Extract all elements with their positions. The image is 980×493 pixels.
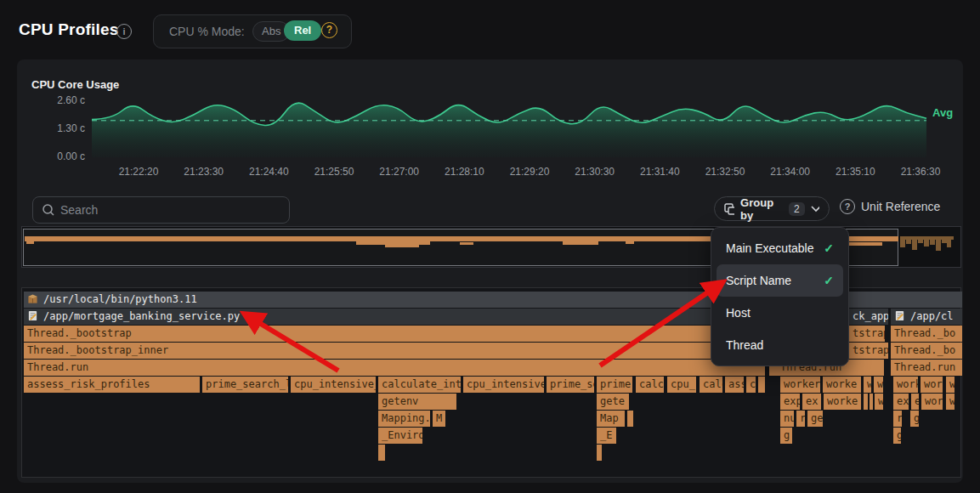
unit-reference-label: Unit Reference	[861, 200, 940, 213]
flame-frame[interactable]: nu	[780, 411, 794, 427]
frame-label: /usr/local/bin/python3.11	[43, 293, 197, 305]
flame-frame[interactable]: g	[780, 428, 792, 444]
flame-frame[interactable]	[870, 394, 873, 410]
flame-frame[interactable]: Thread._bo	[891, 326, 962, 342]
flame-frame[interactable]: Thread.run	[891, 360, 962, 376]
flame-frame[interactable]: w	[946, 394, 955, 410]
flame-frame[interactable]	[597, 445, 602, 461]
flame-frame[interactable]: wor	[921, 377, 943, 393]
minimap-bar	[906, 240, 911, 244]
flame-frame[interactable]: r	[796, 411, 805, 427]
flame-frame[interactable]: w	[875, 394, 883, 410]
search-box[interactable]	[32, 196, 290, 224]
flame-frame[interactable]: g	[910, 411, 919, 427]
flame-frame[interactable]: Thread._bo	[891, 343, 962, 359]
chart-area-fill	[92, 103, 926, 157]
frame-label: tstrap	[853, 327, 885, 339]
flame-frame[interactable]: /app/cl	[891, 309, 962, 325]
frame-label: calc	[703, 378, 722, 390]
avg-label: Avg	[932, 106, 953, 119]
group-by-button[interactable]: Group by 2	[714, 196, 830, 221]
flame-frame[interactable]	[627, 411, 633, 427]
flame-frame[interactable]	[758, 377, 765, 393]
flame-frame[interactable]: Mapping.g	[378, 411, 430, 427]
minimap-bar	[924, 240, 929, 246]
flame-frame[interactable]: worke	[824, 394, 861, 410]
minimap-bar	[912, 240, 917, 250]
search-input[interactable]	[59, 202, 258, 218]
flame-frame[interactable]: Thread._bootstrap_inner	[24, 343, 765, 359]
x-axis-tick: 21:32:50	[705, 166, 745, 178]
flame-frame[interactable]: w	[946, 377, 955, 393]
flame-frame[interactable]: c	[746, 377, 756, 393]
flame-frame[interactable]: Map	[597, 411, 625, 427]
dropdown-item-host[interactable]: Host	[717, 297, 843, 329]
flame-frame[interactable]: wor	[921, 394, 943, 410]
dropdown-item-script-name[interactable]: Script Name✓	[717, 264, 843, 297]
frame-label: prime_se	[550, 378, 594, 390]
flame-frame[interactable]: worke	[823, 377, 861, 393]
minimap-bar	[936, 240, 941, 251]
flame-frame[interactable]: gete	[597, 394, 629, 410]
x-axis-tick: 21:24:40	[249, 166, 289, 178]
frame-label: w	[949, 378, 955, 390]
flame-frame[interactable]: prime_se	[547, 377, 594, 393]
group-by-count-badge: 2	[789, 202, 805, 216]
flame-frame[interactable]: work	[893, 377, 918, 393]
x-axis-tick: 21:35:10	[836, 166, 875, 178]
flame-frame[interactable]: g	[893, 428, 901, 444]
flame-frame[interactable]: assess_risk_profiles	[24, 377, 200, 393]
minimap-bar	[900, 240, 905, 247]
flame-frame[interactable]: ex	[802, 394, 821, 410]
flame-frame[interactable]: calcu	[636, 377, 664, 393]
flame-frame[interactable]: exp	[780, 394, 800, 410]
flame-frame[interactable]: cpu_	[667, 377, 696, 393]
group-by-dropdown: Main Executable✓Script Name✓HostThread	[711, 227, 849, 366]
flame-frame[interactable]: prime_search_l	[202, 377, 288, 393]
help-icon[interactable]: ?	[321, 22, 337, 38]
dropdown-item-thread[interactable]: Thread	[717, 329, 843, 361]
info-icon[interactable]: i	[116, 24, 132, 39]
flame-frame[interactable]: _Enviro	[378, 428, 422, 444]
dropdown-item-main-executable[interactable]: Main Executable✓	[717, 232, 843, 264]
flame-frame[interactable]: r	[893, 411, 902, 427]
frame-label: w	[877, 378, 883, 390]
frame-label: Thread._bootstrap_inner	[27, 344, 168, 356]
frame-label: g	[914, 412, 919, 424]
flame-frame[interactable]	[378, 445, 385, 461]
flame-frame[interactable]: w	[864, 377, 871, 393]
minimap-bar	[563, 241, 598, 245]
flame-frame[interactable]: M	[433, 411, 445, 427]
frame-label: w	[878, 395, 883, 407]
cpu-usage-chart[interactable]	[89, 92, 931, 162]
flame-frame[interactable]: ge	[807, 411, 823, 427]
flame-frame[interactable]: /app/mortgage_banking_service.py	[24, 309, 767, 325]
frame-label: Map	[600, 412, 619, 424]
flame-frame[interactable]: calculate_int	[378, 377, 461, 393]
frame-label: prime	[600, 378, 631, 390]
flame-frame[interactable]: Thread._bootstrap	[24, 326, 765, 342]
minimap-bar	[918, 240, 923, 243]
group-icon	[724, 203, 734, 215]
flame-frame[interactable]	[864, 394, 868, 410]
x-axis-tick: 21:31:40	[640, 166, 680, 178]
x-axis: 21:22:2021:23:3021:24:4021:25:5021:27:00…	[0, 166, 980, 179]
rel-mode-button[interactable]: Rel	[284, 20, 321, 41]
frame-label: /app/cl	[910, 310, 954, 322]
flame-frame[interactable]: w	[874, 377, 883, 393]
flame-frame[interactable]: _E	[597, 428, 616, 444]
flame-frame[interactable]: cpu_intensive_	[291, 377, 376, 393]
flame-frame[interactable]: ex	[893, 394, 909, 410]
flame-frame[interactable]: getenv	[378, 394, 456, 410]
flame-frame[interactable]: calc	[700, 377, 722, 393]
minimap-bar	[460, 242, 473, 245]
flame-frame[interactable]: Thread.run	[24, 360, 765, 376]
flame-frame[interactable]: worker	[780, 377, 820, 393]
frame-label: work	[897, 378, 918, 390]
flame-frame[interactable]: cpu_intensive	[463, 377, 544, 393]
frame-label: cpu_intensive_	[294, 378, 376, 390]
flame-frame[interactable]: e	[911, 394, 919, 410]
flame-frame[interactable]: prime	[597, 377, 632, 393]
flame-frame[interactable]: ass	[725, 377, 744, 393]
unit-reference[interactable]: ? Unit Reference	[840, 199, 940, 214]
